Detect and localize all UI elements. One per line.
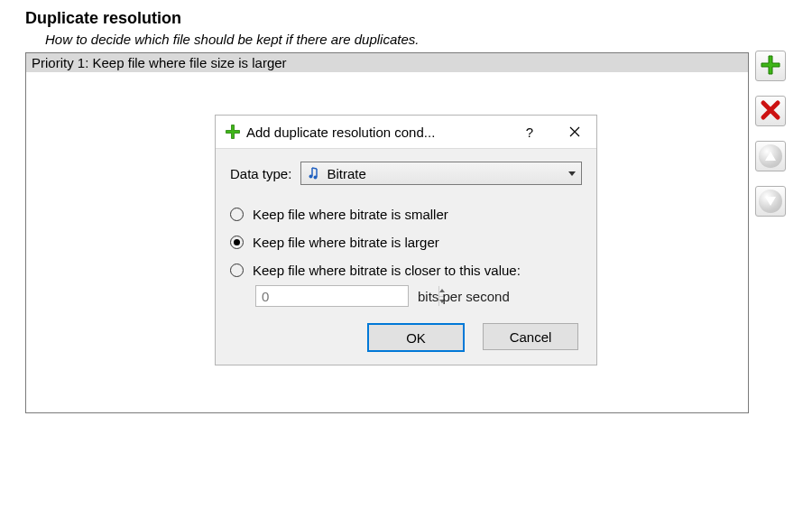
svg-point-0 bbox=[309, 175, 313, 179]
value-input[interactable] bbox=[256, 286, 438, 306]
radio-label: Keep file where bitrate is smaller bbox=[253, 207, 448, 222]
move-up-button[interactable] bbox=[755, 141, 786, 171]
radio-icon bbox=[230, 236, 244, 249]
radio-icon bbox=[230, 208, 244, 221]
svg-point-1 bbox=[314, 176, 318, 180]
dialog-titlebar[interactable]: Add duplicate resolution cond... ? bbox=[216, 116, 596, 149]
x-icon bbox=[760, 99, 781, 124]
radio-label: Keep file where bitrate is closer to thi… bbox=[253, 263, 521, 278]
data-type-label: Data type: bbox=[230, 166, 291, 181]
add-condition-dialog: Add duplicate resolution cond... ? Data … bbox=[215, 115, 597, 365]
move-down-button[interactable] bbox=[755, 186, 786, 217]
delete-button[interactable] bbox=[755, 96, 786, 126]
add-button[interactable] bbox=[755, 51, 786, 81]
section-subtitle: How to decide which file should be kept … bbox=[45, 32, 787, 47]
arrow-down-icon bbox=[759, 190, 782, 213]
data-type-combo[interactable]: Bitrate bbox=[300, 162, 582, 185]
data-type-value: Bitrate bbox=[327, 166, 365, 181]
dialog-title: Add duplicate resolution cond... bbox=[246, 125, 512, 140]
close-button[interactable] bbox=[557, 121, 593, 143]
plus-icon bbox=[760, 54, 781, 79]
help-button[interactable]: ? bbox=[512, 121, 548, 143]
radio-group: Keep file where bitrate is smaller Keep … bbox=[230, 207, 582, 278]
arrow-up-icon bbox=[759, 144, 782, 168]
value-spinbox[interactable] bbox=[255, 285, 409, 307]
plus-icon bbox=[225, 124, 241, 140]
radio-icon bbox=[230, 264, 244, 277]
ok-button[interactable]: OK bbox=[367, 323, 465, 352]
radio-closer[interactable]: Keep file where bitrate is closer to thi… bbox=[230, 263, 582, 278]
music-note-icon bbox=[307, 166, 321, 180]
close-icon bbox=[569, 125, 580, 140]
radio-larger[interactable]: Keep file where bitrate is larger bbox=[230, 235, 582, 250]
section-title: Duplicate resolution bbox=[25, 9, 787, 28]
cancel-button[interactable]: Cancel bbox=[483, 323, 578, 350]
unit-label: bits per second bbox=[418, 289, 510, 304]
chevron-down-icon bbox=[568, 171, 576, 176]
rule-row[interactable]: Priority 1: Keep file where file size is… bbox=[26, 53, 748, 72]
radio-label: Keep file where bitrate is larger bbox=[253, 235, 439, 250]
radio-smaller[interactable]: Keep file where bitrate is smaller bbox=[230, 207, 582, 222]
